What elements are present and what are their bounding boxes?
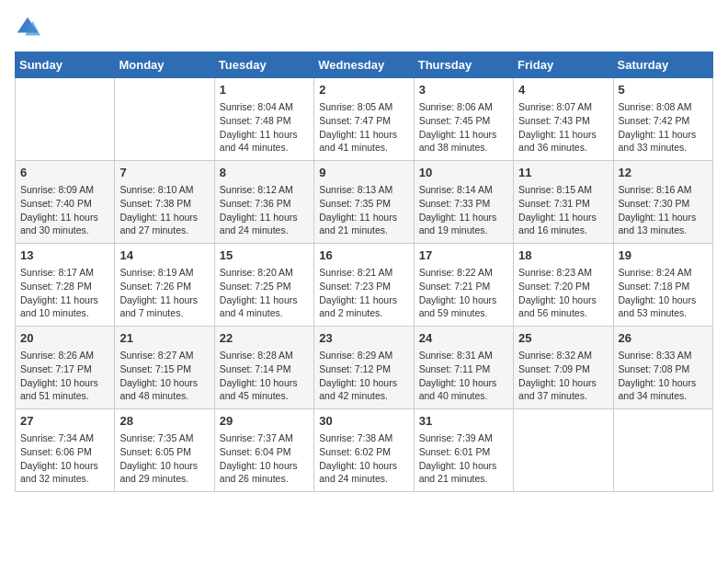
sunset-text: Sunset: 7:15 PM — [119, 362, 209, 376]
calendar-cell: 14Sunrise: 8:19 AMSunset: 7:26 PMDayligh… — [115, 244, 214, 327]
sunrise-text: Sunrise: 8:16 AM — [619, 183, 708, 197]
day-number: 25 — [518, 330, 608, 347]
daylight-text: Daylight: 10 hours and 32 minutes. — [20, 459, 109, 486]
sunrise-text: Sunrise: 8:20 AM — [220, 266, 309, 280]
daylight-text: Daylight: 11 hours and 16 minutes. — [518, 211, 608, 237]
sunrise-text: Sunrise: 8:32 AM — [518, 349, 608, 362]
sunrise-text: Sunrise: 8:15 AM — [518, 183, 608, 197]
calendar-cell — [115, 78, 214, 161]
calendar-table: SundayMondayTuesdayWednesdayThursdayFrid… — [15, 52, 713, 492]
sunset-text: Sunset: 7:21 PM — [419, 280, 508, 293]
sunrise-text: Sunrise: 8:07 AM — [518, 100, 608, 114]
sunrise-text: Sunrise: 8:22 AM — [419, 266, 508, 280]
daylight-text: Daylight: 10 hours and 37 minutes. — [518, 376, 608, 403]
day-number: 23 — [319, 330, 408, 347]
daylight-text: Daylight: 10 hours and 40 minutes. — [419, 376, 508, 403]
calendar-cell: 30Sunrise: 7:38 AMSunset: 6:02 PMDayligh… — [314, 409, 414, 492]
day-number: 17 — [419, 247, 508, 264]
week-row-3: 20Sunrise: 8:26 AMSunset: 7:17 PMDayligh… — [16, 327, 713, 409]
sunrise-text: Sunrise: 7:34 AM — [20, 431, 109, 445]
daylight-text: Daylight: 11 hours and 27 minutes. — [119, 211, 209, 237]
sunset-text: Sunset: 7:45 PM — [419, 114, 508, 128]
day-number: 1 — [220, 82, 309, 98]
sunrise-text: Sunrise: 8:04 AM — [220, 100, 309, 114]
day-number: 2 — [319, 82, 408, 98]
daylight-text: Daylight: 10 hours and 24 minutes. — [319, 459, 408, 486]
sunset-text: Sunset: 7:23 PM — [319, 280, 408, 293]
calendar-cell — [613, 409, 712, 492]
week-row-2: 13Sunrise: 8:17 AMSunset: 7:28 PMDayligh… — [16, 244, 713, 327]
calendar-cell: 19Sunrise: 8:24 AMSunset: 7:18 PMDayligh… — [613, 244, 712, 327]
logo-icon — [15, 15, 40, 40]
calendar-cell — [16, 78, 115, 161]
day-number: 29 — [220, 413, 309, 430]
sunrise-text: Sunrise: 8:27 AM — [119, 349, 209, 362]
calendar-cell: 22Sunrise: 8:28 AMSunset: 7:14 PMDayligh… — [214, 327, 313, 409]
daylight-text: Daylight: 11 hours and 21 minutes. — [319, 211, 408, 237]
sunset-text: Sunset: 6:05 PM — [119, 445, 209, 459]
sunset-text: Sunset: 6:02 PM — [319, 445, 408, 459]
daylight-text: Daylight: 11 hours and 30 minutes. — [20, 211, 109, 237]
sunrise-text: Sunrise: 8:08 AM — [619, 100, 708, 114]
calendar-cell: 23Sunrise: 8:29 AMSunset: 7:12 PMDayligh… — [314, 327, 414, 409]
calendar-cell: 10Sunrise: 8:14 AMSunset: 7:33 PMDayligh… — [414, 161, 513, 244]
calendar-cell — [514, 409, 613, 492]
sunrise-text: Sunrise: 8:13 AM — [319, 183, 408, 197]
header-friday: Friday — [514, 52, 613, 78]
sunset-text: Sunset: 7:28 PM — [20, 280, 109, 293]
sunrise-text: Sunrise: 8:21 AM — [319, 266, 408, 280]
daylight-text: Daylight: 11 hours and 38 minutes. — [419, 128, 508, 155]
sunset-text: Sunset: 6:06 PM — [20, 445, 109, 459]
sunset-text: Sunset: 7:42 PM — [619, 114, 708, 128]
sunset-text: Sunset: 7:43 PM — [518, 114, 608, 128]
sunset-text: Sunset: 7:14 PM — [220, 362, 309, 376]
daylight-text: Daylight: 10 hours and 21 minutes. — [419, 459, 508, 486]
daylight-text: Daylight: 10 hours and 26 minutes. — [220, 459, 309, 486]
calendar-cell: 20Sunrise: 8:26 AMSunset: 7:17 PMDayligh… — [16, 327, 115, 409]
day-number: 14 — [119, 247, 209, 264]
sunrise-text: Sunrise: 8:06 AM — [419, 100, 508, 114]
sunrise-text: Sunrise: 8:26 AM — [20, 349, 109, 362]
daylight-text: Daylight: 10 hours and 56 minutes. — [518, 293, 608, 320]
daylight-text: Daylight: 11 hours and 33 minutes. — [619, 128, 708, 155]
calendar-cell: 11Sunrise: 8:15 AMSunset: 7:31 PMDayligh… — [514, 161, 613, 244]
sunset-text: Sunset: 7:09 PM — [518, 362, 608, 376]
daylight-text: Daylight: 11 hours and 13 minutes. — [619, 211, 708, 237]
header-wednesday: Wednesday — [314, 52, 414, 78]
daylight-text: Daylight: 11 hours and 19 minutes. — [419, 211, 508, 237]
day-number: 15 — [220, 247, 309, 264]
sunrise-text: Sunrise: 8:23 AM — [518, 266, 608, 280]
sunset-text: Sunset: 7:40 PM — [20, 197, 109, 211]
calendar-cell: 24Sunrise: 8:31 AMSunset: 7:11 PMDayligh… — [414, 327, 513, 409]
day-number: 10 — [419, 165, 508, 181]
week-row-1: 6Sunrise: 8:09 AMSunset: 7:40 PMDaylight… — [16, 161, 713, 244]
sunrise-text: Sunrise: 8:31 AM — [419, 349, 508, 362]
daylight-text: Daylight: 11 hours and 4 minutes. — [220, 293, 309, 320]
day-number: 6 — [20, 165, 109, 181]
day-number: 7 — [119, 165, 209, 181]
calendar-cell: 9Sunrise: 8:13 AMSunset: 7:35 PMDaylight… — [314, 161, 414, 244]
day-number: 31 — [419, 413, 508, 430]
daylight-text: Daylight: 11 hours and 24 minutes. — [220, 211, 309, 237]
header-monday: Monday — [115, 52, 214, 78]
sunrise-text: Sunrise: 7:37 AM — [220, 431, 309, 445]
calendar-cell: 3Sunrise: 8:06 AMSunset: 7:45 PMDaylight… — [414, 78, 513, 161]
sunset-text: Sunset: 7:08 PM — [619, 362, 708, 376]
sunset-text: Sunset: 7:26 PM — [119, 280, 209, 293]
calendar-cell: 29Sunrise: 7:37 AMSunset: 6:04 PMDayligh… — [214, 409, 313, 492]
calendar-cell: 28Sunrise: 7:35 AMSunset: 6:05 PMDayligh… — [115, 409, 214, 492]
day-number: 13 — [20, 247, 109, 264]
sunset-text: Sunset: 7:18 PM — [619, 280, 708, 293]
day-number: 8 — [220, 165, 309, 181]
day-number: 30 — [319, 413, 408, 430]
calendar-cell: 16Sunrise: 8:21 AMSunset: 7:23 PMDayligh… — [314, 244, 414, 327]
sunset-text: Sunset: 7:12 PM — [319, 362, 408, 376]
day-number: 5 — [619, 82, 708, 98]
sunrise-text: Sunrise: 8:33 AM — [619, 349, 708, 362]
daylight-text: Daylight: 10 hours and 45 minutes. — [220, 376, 309, 403]
daylight-text: Daylight: 10 hours and 59 minutes. — [419, 293, 508, 320]
header-sunday: Sunday — [16, 52, 115, 78]
week-row-0: 1Sunrise: 8:04 AMSunset: 7:48 PMDaylight… — [16, 78, 713, 161]
day-number: 19 — [619, 247, 708, 264]
header-thursday: Thursday — [414, 52, 513, 78]
